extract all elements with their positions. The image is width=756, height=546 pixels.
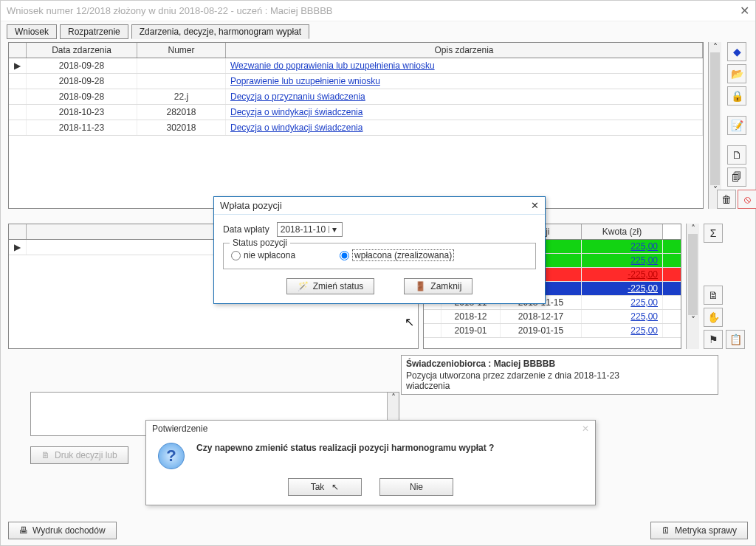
events-grid[interactable]: Data zdarzenia Numer Opis zdarzenia ▶ 20… <box>8 42 704 209</box>
trash-icon[interactable]: 🗑 <box>717 190 736 209</box>
payment-date-field[interactable]: 2018-11-10 ▾ <box>277 222 343 237</box>
row-marker-icon: ▶ <box>9 240 27 255</box>
events-row[interactable]: 2018-09-28 Poprawienie lub uzupełnienie … <box>9 74 703 89</box>
cursor-icon: ↖ <box>331 482 339 492</box>
door-icon: 🚪 <box>415 281 426 291</box>
col-kwota: Kwota (zł) <box>582 224 663 239</box>
col-desc: Opis zdarzenia <box>226 43 703 58</box>
lock-icon[interactable]: 🔒 <box>727 86 746 106</box>
recipient-title: Świadczeniobiorca : Maciej BBBBB <box>406 359 713 369</box>
radio-paid-input[interactable] <box>340 251 349 260</box>
col-date: Data zdarzenia <box>27 43 137 58</box>
no-button[interactable]: Nie <box>379 478 453 496</box>
chevron-down-icon[interactable]: ▾ <box>329 226 339 233</box>
confirm-close-icon[interactable]: ✕ <box>582 424 589 434</box>
flag-icon[interactable]: ⚑ <box>704 330 723 349</box>
schedule-icon[interactable]: 📋 <box>726 330 745 349</box>
yes-button[interactable]: Tak ↖ <box>288 478 362 496</box>
col-num: Numer <box>137 43 226 58</box>
tab-zdarzenia[interactable]: Zdarzenia, decyzje, harmonogram wypłat <box>131 24 309 39</box>
window-title: Wniosek numer 12/2018 złożony w dniu 201… <box>7 1 333 21</box>
events-row[interactable]: 2018-11-23 302018 Decyzja o windykacji ś… <box>9 120 703 136</box>
sched-row[interactable]: 2018-12 2018-12-17 225,00 <box>424 310 681 324</box>
payment-modal: Wpłata pozycji ✕ Data wpłaty 2018-11-10 … <box>213 196 546 304</box>
question-icon: ? <box>158 443 185 469</box>
info-line1: Pozycja utworzona przez zdarzenie z dnia… <box>406 370 713 381</box>
modal-titlebar: Wpłata pozycji ✕ <box>214 197 545 215</box>
book-icon[interactable]: ◆ <box>727 42 746 61</box>
titlebar: Wniosek numer 12/2018 złożony w dniu 201… <box>1 1 755 21</box>
radio-paid[interactable]: wpłacona (zrealizowana) <box>340 249 454 261</box>
modal-title: Wpłata pozycji <box>220 200 282 211</box>
confirm-text: Czy napewno zmienić status realizacji po… <box>196 443 494 469</box>
events-row[interactable]: ▶ 2018-09-28 Wezwanie do poprawienia lub… <box>9 58 703 74</box>
event-link[interactable]: Decyzja o przyznaniu świadczenia <box>230 91 365 102</box>
sched-scrollbar[interactable]: ˄ ˅ <box>686 224 699 349</box>
main-window: Wniosek numer 12/2018 złożony w dniu 201… <box>0 0 756 546</box>
event-link[interactable]: Wezwanie do poprawienia lub uzupełnienia… <box>230 61 435 71</box>
print-decision-button[interactable]: 🗎 Druk decyzji lub <box>30 446 128 464</box>
document-icon: 🗎 <box>41 450 50 460</box>
recipient-info: Świadczeniobiorca : Maciej BBBBB Pozycja… <box>401 355 718 395</box>
row-marker-icon: ▶ <box>9 58 27 73</box>
event-link[interactable]: Poprawienie lub uzupełnienie wniosku <box>230 76 380 86</box>
sched-row[interactable]: 2019-01 2019-01-15 225,00 <box>424 324 681 338</box>
tab-bar: Wniosek Rozpatrzenie Zdarzenia, decyzje,… <box>7 24 749 39</box>
events-toolbar: ◆ 📂 🔒 📝 🗋 🗐 🗑 ⦸ <box>726 42 748 209</box>
status-legend: Status pozycji <box>230 238 290 248</box>
tab-rozpatrzenie[interactable]: Rozpatrzenie <box>60 24 128 39</box>
radio-not-paid[interactable]: nie wpłacona <box>231 249 295 261</box>
change-status-button[interactable]: 🪄 Zmień status <box>286 278 375 294</box>
event-link[interactable]: Decyzja o windykacji świadczenia <box>230 122 362 133</box>
events-row[interactable]: 2018-09-28 22.j Decyzja o przyznaniu świ… <box>9 89 703 105</box>
events-header: Data zdarzenia Numer Opis zdarzenia <box>9 43 703 58</box>
sigma-icon[interactable]: Σ <box>704 224 723 243</box>
events-row[interactable]: 2018-10-23 282018 Decyzja o windykacji ś… <box>9 105 703 120</box>
cursor-icon: ↖ <box>405 315 414 329</box>
events-scrollbar[interactable]: ˄ ˅ <box>708 42 721 209</box>
case-metrics-button[interactable]: 🗓 Metryka sprawy <box>650 522 748 539</box>
confirm-dialog: Potwierdzenie ✕ ? Czy napewno zmienić st… <box>145 420 596 505</box>
tab-wniosek[interactable]: Wniosek <box>7 24 57 39</box>
hand-icon[interactable]: ✋ <box>704 308 723 327</box>
calendar-icon: 🗓 <box>662 525 670 536</box>
event-link[interactable]: Decyzja o windykacji świadczenia <box>230 107 362 117</box>
notes-icon[interactable]: 📝 <box>727 116 746 135</box>
new-doc-icon[interactable]: 🗋 <box>727 145 746 165</box>
status-fieldset: Status pozycji nie wpłacona wpłacona (zr… <box>223 243 536 269</box>
close-modal-button[interactable]: 🚪 Zamknij <box>404 278 472 294</box>
open-icon[interactable]: 📂 <box>727 64 746 83</box>
doc-icon[interactable]: 🗎 <box>704 286 723 305</box>
radio-not-paid-input[interactable] <box>231 251 241 260</box>
schedule-toolbar: Σ 🗎 ✋ ⚑ 📋 <box>704 224 748 349</box>
confirm-title: Potwierdzenie <box>152 424 207 434</box>
close-icon[interactable]: ✕ <box>740 1 749 21</box>
wand-icon: 🪄 <box>298 281 309 291</box>
label-payment-date: Data wpłaty <box>223 224 269 235</box>
print-income-button[interactable]: 🖶 Wydruk dochodów <box>8 522 117 539</box>
printer-icon: 🖶 <box>19 525 28 536</box>
forbid-icon[interactable]: ⦸ <box>738 190 756 209</box>
copy-doc-icon[interactable]: 🗐 <box>727 167 746 187</box>
confirm-titlebar: Potwierdzenie ✕ <box>146 421 595 437</box>
modal-close-icon[interactable]: ✕ <box>531 200 539 211</box>
info-line2: wiadczenia <box>406 381 713 391</box>
